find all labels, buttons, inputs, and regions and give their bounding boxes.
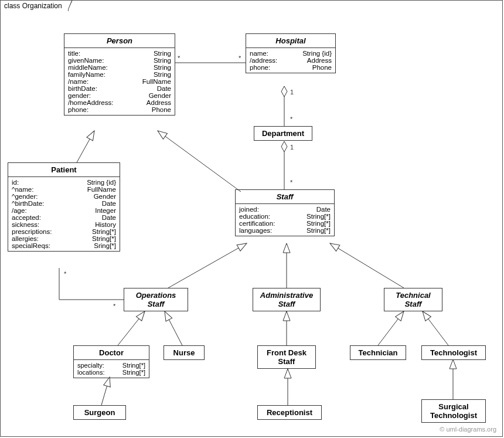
- attr-type: String[*]: [297, 213, 331, 220]
- svg-line-9: [165, 311, 182, 345]
- attr-row: givenName:String: [68, 57, 171, 64]
- class-title-techstaff: Technical Staff: [384, 288, 442, 311]
- attr-type: String: [144, 71, 171, 78]
- class-staff: Staff joined:Dateeducation:String[*]cert…: [235, 189, 335, 236]
- attr-row: accepted:Date: [12, 214, 116, 221]
- attr-name: ^gender:: [12, 193, 38, 200]
- attr-row: title:String: [68, 50, 171, 57]
- attr-row: /name:FullName: [68, 78, 171, 85]
- attr-type: Date: [93, 200, 116, 207]
- svg-line-5: [168, 243, 247, 288]
- diagram-frame: class Organization Person title:Stringgi…: [0, 0, 503, 437]
- attr-type: Phone: [142, 106, 171, 113]
- attr-type: String {id}: [77, 179, 116, 186]
- attr-name: middleName:: [68, 64, 108, 71]
- attr-type: String[*]: [297, 227, 331, 234]
- svg-line-12: [423, 311, 448, 345]
- class-adminstaff: Administrative Staff: [253, 288, 321, 311]
- attr-name: /name:: [68, 78, 88, 85]
- attr-type: Address: [137, 99, 171, 106]
- class-technologist: Technologist: [421, 345, 486, 360]
- class-frontdesk: Front Desk Staff: [257, 345, 316, 369]
- frame-label: class Organization: [4, 2, 62, 10]
- attr-name: accepted:: [12, 214, 41, 221]
- attr-name: specialReqs:: [12, 242, 50, 249]
- mult-person-hosp-l: *: [178, 55, 180, 62]
- attr-type: FullName: [78, 186, 116, 193]
- frame-tab: class Organization: [0, 0, 69, 11]
- attr-row: middleName:String: [68, 64, 171, 71]
- mult-patient-ops-r: *: [113, 303, 115, 310]
- class-nurse: Nurse: [164, 345, 205, 360]
- class-person: Person title:StringgivenName:Stringmiddl…: [64, 33, 175, 116]
- attr-type: String[*]: [297, 220, 331, 227]
- attr-row: /homeAddress:Address: [68, 99, 171, 106]
- attr-row: id:String {id}: [12, 179, 116, 186]
- attr-type: Date: [148, 85, 171, 92]
- attr-type: Gender: [139, 92, 171, 99]
- attr-name: certification:: [239, 220, 275, 227]
- svg-line-7: [330, 243, 404, 288]
- class-doctor: Doctor specialty:String[*]locations:Stri…: [73, 345, 149, 378]
- attr-name: languages:: [239, 227, 272, 234]
- attr-row: familyName:String: [68, 71, 171, 78]
- class-title-doctor: Doctor: [74, 346, 149, 360]
- attr-row: phone:Phone: [250, 64, 332, 71]
- attr-name: ^birthDate:: [12, 200, 44, 207]
- attr-row: locations:String[*]: [77, 369, 145, 376]
- class-surgeon: Surgeon: [73, 405, 126, 420]
- attr-name: name:: [250, 50, 268, 57]
- attr-row: sickness:History: [12, 221, 116, 228]
- attr-name: specialty:: [77, 362, 104, 369]
- class-opstaff: Operations Staff: [124, 288, 188, 311]
- attr-type: String: [144, 57, 171, 64]
- mult-hosp-dept-top: 1: [290, 89, 294, 96]
- attr-name: /homeAddress:: [68, 99, 113, 106]
- attr-type: Address: [298, 57, 332, 64]
- class-body-doctor: specialty:String[*]locations:String[*]: [74, 360, 149, 378]
- watermark: © uml-diagrams.org: [440, 426, 496, 433]
- attr-row: name:String {id}: [250, 50, 332, 57]
- attr-row: birthDate:Date: [68, 85, 171, 92]
- attr-row: prescriptions:String[*]: [12, 228, 116, 235]
- attr-type: Date: [307, 206, 331, 213]
- attr-name: ^name:: [12, 186, 33, 193]
- class-surgtech: Surgical Technologist: [421, 399, 486, 423]
- class-title-nurse: Nurse: [164, 346, 204, 359]
- attr-type: Phone: [303, 64, 332, 71]
- class-title-department: Department: [254, 127, 312, 140]
- attr-row: /age:Integer: [12, 207, 116, 214]
- attr-name: /age:: [12, 207, 27, 214]
- class-hospital: Hospital name:String {id}/address:Addres…: [246, 33, 336, 73]
- class-title-technologist: Technologist: [422, 346, 485, 359]
- attr-type: FullName: [133, 78, 171, 85]
- attr-row: languages:String[*]: [239, 227, 331, 234]
- class-technician: Technician: [350, 345, 406, 360]
- attr-name: gender:: [68, 92, 91, 99]
- class-body-person: title:StringgivenName:StringmiddleName:S…: [64, 48, 175, 115]
- attr-name: prescriptions:: [12, 228, 52, 235]
- mult-hosp-dept-bot: *: [290, 116, 292, 123]
- class-title-staff: Staff: [236, 190, 334, 204]
- class-receptionist: Receptionist: [257, 405, 322, 420]
- mult-person-hosp-r: *: [239, 55, 241, 62]
- attr-name: allergies:: [12, 235, 39, 242]
- svg-line-3: [77, 131, 94, 162]
- attr-type: String: [144, 50, 171, 57]
- attr-name: /address:: [250, 57, 277, 64]
- attr-name: locations:: [77, 369, 104, 376]
- mult-dept-staff-top: 1: [290, 144, 294, 151]
- attr-row: specialReqs:Sring[*]: [12, 242, 116, 249]
- attr-type: String[*]: [113, 362, 145, 369]
- class-title-technician: Technician: [350, 346, 406, 359]
- class-title-patient: Patient: [8, 163, 120, 177]
- class-title-person: Person: [64, 34, 175, 48]
- svg-line-11: [378, 311, 404, 345]
- class-body-hospital: name:String {id}/address:Addressphone:Ph…: [246, 48, 335, 73]
- attr-row: joined:Date: [239, 206, 331, 213]
- attr-type: String[*]: [113, 369, 145, 376]
- attr-type: String {id}: [293, 50, 332, 57]
- attr-name: sickness:: [12, 221, 39, 228]
- class-patient: Patient id:String {id}^name:FullName^gen…: [8, 162, 120, 252]
- attr-row: education:String[*]: [239, 213, 331, 220]
